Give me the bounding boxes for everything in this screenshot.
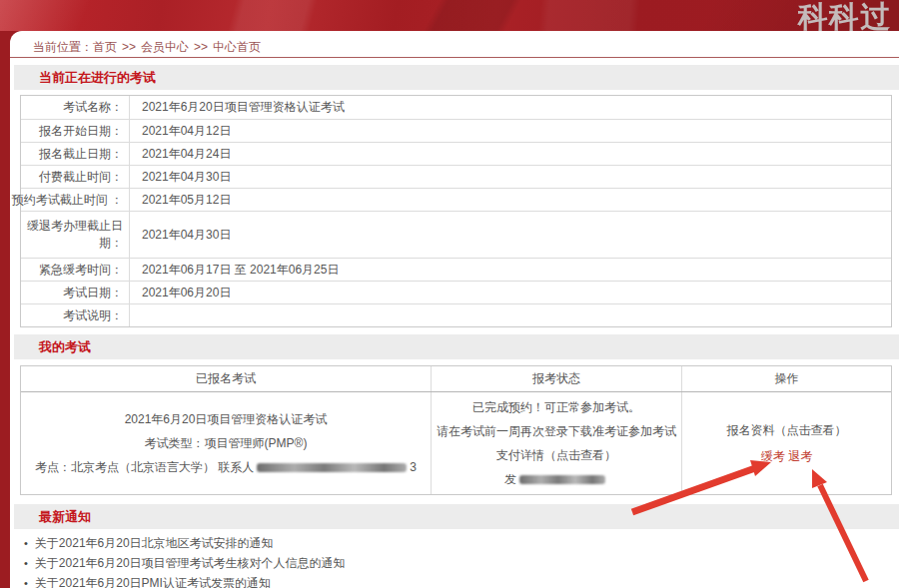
list-item: •关于2021年6月20日PMI认证考试发票的通知 [24,573,899,588]
row-value [130,304,142,326]
breadcrumb-label: 当前位置： [33,40,93,54]
row-value: 2021年04月12日 [130,120,231,142]
exam-site-text: 考点：北京考点（北京语言大学） [35,460,215,474]
row-value: 2021年04月24日 [130,143,231,165]
table-row: 考试名称： 2021年6月20日项目管理资格认证考试 [21,96,891,119]
status-line-reserved: 已完成预约！可正常参加考试。 [472,395,640,419]
my-exam-table: 已报名考试 报考状态 操作 2021年6月20日项目管理资格认证考试 考试类型：… [20,365,892,495]
operation-cell: 报名资料（点击查看） 缓考 退考 [681,392,891,494]
row-value: 2021年05月12日 [130,189,231,211]
current-exam-table: 考试名称： 2021年6月20日项目管理资格认证考试 报名开始日期： 2021年… [20,95,892,327]
redacted-contact-info [257,463,407,472]
list-item: •关于2021年6月20日北京地区考试安排的通知 [24,533,899,553]
payment-details-link[interactable]: 支付详情（点击查看） [496,448,616,462]
breadcrumb-link-center-home[interactable]: 中心首页 [213,40,261,54]
table-row: 缓退考办理截止日期： 2021年04月30日 [21,211,891,258]
registered-exam-cell: 2021年6月20日项目管理资格认证考试 考试类型：项目管理师(PMP®) 考点… [21,392,431,494]
breadcrumb-link-member-center[interactable]: 会员中心 [141,40,189,54]
table-row: 考试日期： 2021年06月20日 [21,281,891,303]
status-line-redacted: 发 [504,467,608,491]
defer-exam-link[interactable]: 缓考 [761,449,785,463]
column-header-status: 报考状态 [431,366,681,391]
bullet-icon: • [24,537,28,549]
row-label: 考试名称： [21,96,130,119]
redacted-prefix: 发 [504,472,516,486]
row-label: 紧急缓考时间： [21,259,130,281]
exam-type: 考试类型：项目管理师(PMP®) [145,431,308,455]
row-value: 2021年04月30日 [130,166,231,188]
table-row: 预约考试截止时间 ： 2021年05月12日 [21,188,891,211]
section-title-my-exams: 我的考试 [14,334,899,359]
section-title-current-exams: 当前正在进行的考试 [14,65,899,90]
table-row: 紧急缓考时间： 2021年06月17日 至 2021年06月25日 [21,258,891,281]
section-title-notices: 最新通知 [14,504,899,529]
row-value: 2021年6月20日项目管理资格认证考试 [130,96,345,119]
notice-link-pmi-invoice[interactable]: 关于2021年6月20日PMI认证考试发票的通知 [35,576,271,588]
breadcrumb: 当前位置：首页>>会员中心>>中心首页 [10,31,899,58]
exam-name: 2021年6月20日项目管理资格认证考试 [125,407,328,431]
my-exam-table-row: 2021年6月20日项目管理资格认证考试 考试类型：项目管理师(PMP®) 考点… [21,392,891,494]
status-cell: 已完成预约！可正常参加考试。 请在考试前一周再次登录下载准考证参加考试 支付详情… [431,392,681,494]
breadcrumb-separator: >> [122,40,136,54]
row-label: 预约考试截止时间 ： [21,189,130,211]
row-value: 2021年06月20日 [130,282,231,303]
table-row: 报名截止日期： 2021年04月24日 [21,142,891,165]
withdraw-exam-link[interactable]: 退考 [788,449,812,463]
notice-list: •关于2021年6月20日北京地区考试安排的通知 •关于2021年6月20日项目… [10,529,899,588]
row-value: 2021年06月17日 至 2021年06月25日 [130,259,339,281]
status-line-reminder: 请在考试前一周再次登录下载准考证参加考试 [437,419,676,443]
row-label: 报名开始日期： [21,120,130,142]
breadcrumb-link-home[interactable]: 首页 [93,40,117,54]
row-label: 缓退考办理截止日期： [21,212,130,258]
content-panel: 当前位置：首页>>会员中心>>中心首页 当前正在进行的考试 考试名称： 2021… [10,31,899,588]
notice-link-beijing-arrangement[interactable]: 关于2021年6月20日北京地区考试安排的通知 [35,536,274,550]
exam-site: 考点：北京考点（北京语言大学） 联系人3 [35,455,417,479]
table-row: 考试说明： [21,303,891,326]
redacted-payment-info [519,475,605,484]
watermark-text: 科科过 [798,0,891,34]
column-header-registered-exam: 已报名考试 [21,366,431,391]
contact-label: 联系人 [218,460,254,474]
row-label: 考试日期： [21,282,130,303]
row-label: 报名截止日期： [21,143,130,165]
row-label: 考试说明： [21,304,130,326]
column-header-operation: 操作 [681,366,891,391]
my-exam-table-header: 已报名考试 报考状态 操作 [21,366,891,392]
bullet-icon: • [24,577,28,588]
notice-link-verify-personal-info[interactable]: 关于2021年6月20日项目管理考试考生核对个人信息的通知 [35,556,346,570]
list-item: •关于2021年6月20日项目管理考试考生核对个人信息的通知 [24,553,899,573]
top-banner [0,0,899,31]
contact-suffix: 3 [410,460,417,474]
row-value: 2021年04月30日 [130,212,231,258]
bullet-icon: • [24,557,28,569]
registration-materials-link[interactable]: 报名资料（点击查看） [727,423,847,437]
table-row: 报名开始日期： 2021年04月12日 [21,119,891,142]
row-label: 付费截止时间： [21,166,130,188]
table-row: 付费截止时间： 2021年04月30日 [21,165,891,188]
breadcrumb-separator: >> [194,40,208,54]
